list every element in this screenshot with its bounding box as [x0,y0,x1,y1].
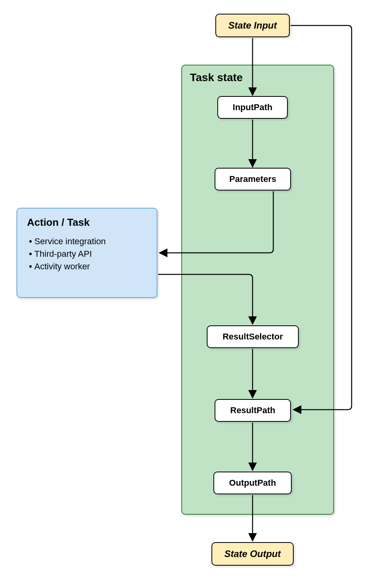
action-item-worker: Activity worker [29,261,147,272]
resultpath-box: ResultPath [215,399,291,422]
action-item-service: Service integration [29,236,147,247]
parameters-box: Parameters [215,168,291,191]
state-input-box: State Input [215,14,290,37]
action-task-title: Action / Task [27,216,147,229]
parameters-label: Parameters [229,174,276,184]
inputpath-label: InputPath [233,102,272,113]
action-item-api: Third-party API [29,249,147,259]
outputpath-box: OutputPath [213,472,292,494]
action-task-box: Action / Task Service integration Third-… [16,208,157,298]
resultselector-box: ResultSelector [207,325,299,348]
resultselector-label: ResultSelector [222,332,283,342]
inputpath-box: InputPath [217,96,288,119]
task-state-container: Task state [181,65,334,515]
state-input-label: State Input [228,20,277,31]
resultpath-label: ResultPath [230,405,275,416]
state-output-label: State Output [224,548,281,559]
state-output-box: State Output [211,542,294,566]
diagram-container: State Input Task state InputPath Paramet… [0,0,372,588]
outputpath-label: OutputPath [229,478,276,488]
task-state-label: Task state [190,71,243,84]
action-task-list: Service integration Third-party API Acti… [27,236,147,272]
